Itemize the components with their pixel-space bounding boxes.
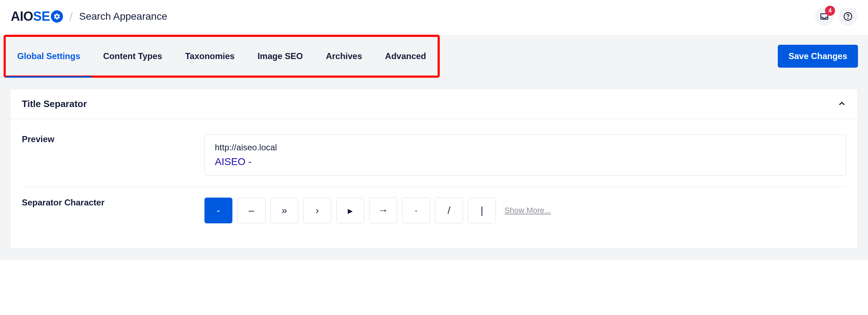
page-title: Search Appearance xyxy=(79,11,167,22)
tab-archives[interactable]: Archives xyxy=(314,37,373,76)
breadcrumb-separator: / xyxy=(69,10,73,24)
logo-text-se: SE xyxy=(33,9,50,24)
card-body: Preview http://aiseo.local AISEO - Separ… xyxy=(10,119,858,248)
separator-row: Separator Character - – » › ▸ → · / | Sh… xyxy=(22,186,846,234)
notification-badge: 4 xyxy=(825,6,835,16)
preview-box: http://aiseo.local AISEO - xyxy=(204,134,846,176)
tabs-highlight-box: Global Settings Content Types Taxonomies… xyxy=(4,35,440,78)
preview-url: http://aiseo.local xyxy=(215,142,836,152)
card-header: Title Separator xyxy=(10,89,858,119)
separator-option-5[interactable]: → xyxy=(369,198,397,223)
logo-gear-icon xyxy=(51,10,63,23)
tab-taxonomies[interactable]: Taxonomies xyxy=(174,37,246,76)
tab-image-seo[interactable]: Image SEO xyxy=(246,37,314,76)
page-header: AIOSE / Search Appearance 4 xyxy=(0,0,868,35)
separator-options: - – » › ▸ → · / | Show More... xyxy=(204,198,846,223)
tabs-row: Global Settings Content Types Taxonomies… xyxy=(0,35,868,78)
title-separator-card: Title Separator Preview http://aiseo.loc… xyxy=(10,89,858,249)
separator-option-3[interactable]: › xyxy=(303,198,331,223)
separator-option-4[interactable]: ▸ xyxy=(336,198,364,223)
tab-content-types[interactable]: Content Types xyxy=(92,37,174,76)
svg-point-1 xyxy=(848,18,848,19)
separator-option-1[interactable]: – xyxy=(237,198,265,223)
content-region: Global Settings Content Types Taxonomies… xyxy=(0,35,868,260)
separator-option-2[interactable]: » xyxy=(270,198,298,223)
card-collapse-toggle[interactable] xyxy=(838,99,846,109)
card-title: Title Separator xyxy=(22,98,87,110)
help-icon xyxy=(843,12,853,21)
separator-option-8[interactable]: | xyxy=(468,198,496,223)
separator-option-6[interactable]: · xyxy=(402,198,430,223)
help-button[interactable] xyxy=(839,7,857,26)
logo-text-aio: AIO xyxy=(11,9,33,24)
separator-option-7[interactable]: / xyxy=(435,198,463,223)
notifications-button[interactable]: 4 xyxy=(815,7,834,26)
show-more-link[interactable]: Show More... xyxy=(505,206,551,215)
save-changes-button[interactable]: Save Changes xyxy=(778,45,858,68)
header-actions: 4 xyxy=(815,7,857,26)
preview-title: AISEO - xyxy=(215,156,836,168)
separator-label: Separator Character xyxy=(22,198,204,208)
preview-label: Preview xyxy=(22,134,204,144)
tab-global-settings[interactable]: Global Settings xyxy=(6,37,92,76)
tab-advanced[interactable]: Advanced xyxy=(373,37,438,76)
logo[interactable]: AIOSE xyxy=(11,9,63,24)
separator-option-0[interactable]: - xyxy=(204,198,232,223)
preview-row: Preview http://aiseo.local AISEO - xyxy=(22,130,846,186)
chevron-up-icon xyxy=(838,99,846,108)
